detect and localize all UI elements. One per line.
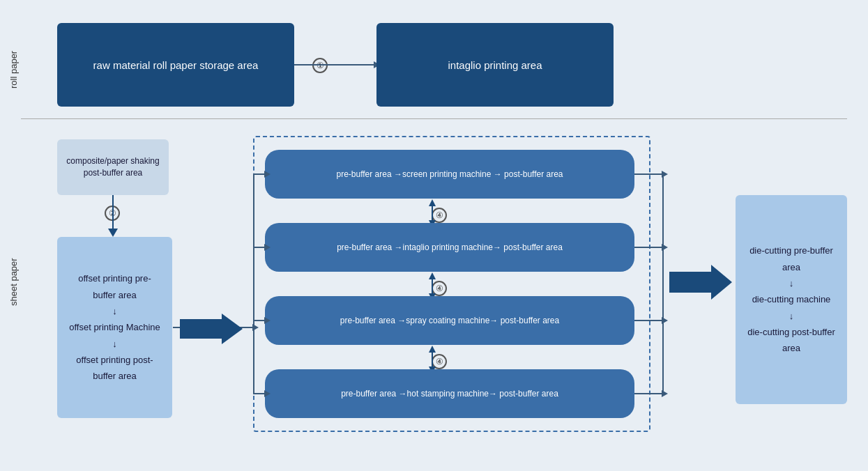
arrow-1	[294, 64, 374, 65]
arrow-intaglio-right	[634, 247, 662, 248]
fat-arrow-5	[669, 265, 732, 300]
arrow-left-screen	[253, 173, 265, 175]
arrow-hot-right	[634, 393, 662, 394]
composite-shaking-box: composite/paper shaking post-buffer area	[57, 139, 169, 195]
sheet-paper-label: sheet paper	[8, 146, 19, 418]
arrow-left-intaglio	[253, 247, 265, 248]
arrow-screen-right	[634, 173, 662, 175]
vert-connector-right	[662, 173, 664, 394]
arrow-spray-right	[634, 320, 662, 321]
diagram-container: { "labels": { "roll_paper": "roll paper"…	[0, 0, 868, 471]
svg-marker-7	[429, 346, 436, 353]
offset-printing-box: offset printing pre-buffer area ↓ offset…	[57, 237, 172, 418]
svg-marker-1	[429, 199, 436, 206]
fat-arrow-3	[180, 314, 243, 344]
roll-paper-label: roll paper	[8, 21, 19, 118]
hot-stamping-box: pre-buffer area →hot stamping machine→ p…	[265, 369, 634, 418]
raw-material-box: raw material roll paper storage area	[57, 23, 294, 107]
die-cutting-box: die-cutting pre-buffer area ↓ die-cuttin…	[736, 195, 847, 404]
arrow-left-spray	[253, 320, 265, 321]
circle-1: ①	[312, 58, 328, 73]
arrow-2-down-head	[108, 229, 118, 237]
vert-connector-left	[253, 173, 254, 394]
spray-coating-box: pre-buffer area →spray coating machine→ …	[265, 296, 634, 345]
separator-line	[21, 118, 847, 119]
svg-marker-9	[669, 265, 732, 300]
intaglio-machine-box: pre-buffer area →intaglio printing machi…	[265, 223, 634, 272]
screen-printing-box: pre-buffer area →screen printing machine…	[265, 150, 634, 199]
arrow-left-hot	[253, 393, 265, 394]
intaglio-printing-box: intaglio printing area	[376, 23, 614, 107]
arrow-2-down	[112, 195, 114, 230]
svg-marker-10	[180, 314, 243, 344]
svg-marker-4	[429, 272, 436, 279]
